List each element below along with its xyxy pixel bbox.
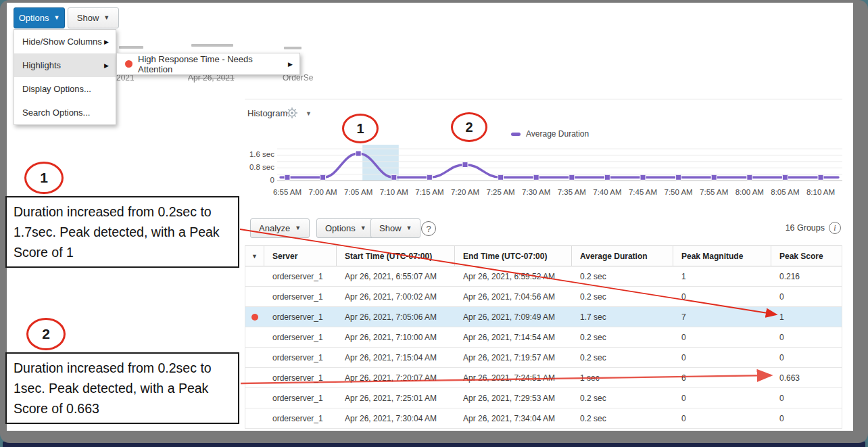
background-table-remnant — [191, 44, 233, 47]
menu-item-hide-show-columns[interactable]: Hide/Show Columns▶ — [14, 30, 116, 53]
table-row[interactable]: orderserver_1Apr 26, 2021, 7:25:01 AMApr… — [245, 388, 842, 408]
column-header-peak-magnitude[interactable]: Peak Magnitude — [673, 246, 771, 266]
options-button-label: Options — [19, 13, 49, 23]
table-row[interactable]: orderserver_1Apr 26, 2021, 7:10:00 AMApr… — [245, 327, 842, 348]
background-table-remnant — [119, 46, 143, 49]
background-table-remnant — [284, 47, 302, 49]
highlights-submenu-item[interactable]: High Response Time - Needs Attention ▶ — [116, 53, 300, 75]
analyze-button-label: Analyze — [259, 223, 290, 233]
table-row[interactable]: orderserver_1Apr 26, 2021, 7:30:04 AMApr… — [245, 408, 842, 429]
table-row[interactable]: orderserver_1Apr 26, 2021, 7:00:02 AMApr… — [245, 287, 842, 307]
server-cell: orderserver_1 — [264, 287, 337, 306]
end-time-cell: Apr 26, 2021, 7:19:57 AM — [455, 348, 572, 367]
server-cell: orderserver_1 — [264, 408, 337, 428]
start-time-cell: Apr 26, 2021, 7:25:01 AM — [337, 388, 455, 408]
data-point-marker[interactable] — [533, 174, 539, 180]
section-divider — [245, 99, 842, 99]
column-header-start-time-utc-07-00[interactable]: Start Time (UTC-07:00) — [337, 246, 455, 266]
analyze-button[interactable]: Analyze ▼ — [250, 218, 310, 238]
server-cell: orderserver_1 — [264, 266, 337, 286]
data-point-marker[interactable] — [747, 174, 752, 180]
data-point-marker[interactable] — [818, 174, 823, 180]
end-time-cell: Apr 26, 2021, 7:04:56 AM — [455, 287, 572, 306]
data-point-marker[interactable] — [285, 174, 290, 180]
groups-count-label: 16 Groups — [744, 223, 825, 233]
column-header-average-duration[interactable]: Average Duration — [572, 246, 673, 266]
peak-magnitude-cell: 0 — [673, 327, 771, 347]
annotation-circle-2-chart: 2 — [451, 112, 487, 142]
data-point-marker[interactable] — [676, 174, 681, 180]
data-point-marker[interactable] — [391, 174, 397, 180]
peak-score-cell: 0.216 — [771, 266, 842, 286]
avg-duration-cell: 0.2 sec — [572, 408, 673, 428]
red-dot-icon — [125, 60, 132, 68]
menu-item-display-options[interactable]: Display Options... — [14, 77, 116, 101]
peak-magnitude-cell: 0 — [673, 287, 771, 306]
histogram-dropdown-caret[interactable]: ▼ — [306, 110, 312, 117]
histogram-chart[interactable]: 1.6 sec0.8 sec06:55 AM7:00 AM7:05 AM7:10… — [247, 145, 842, 207]
data-point-marker[interactable] — [604, 174, 610, 180]
peak-score-cell: 0 — [771, 287, 842, 306]
menu-item-label: Highlights — [22, 60, 61, 70]
line-chart-plot[interactable] — [277, 145, 842, 184]
start-time-cell: Apr 26, 2021, 6:55:07 AM — [337, 266, 455, 286]
peak-magnitude-cell: 6 — [673, 368, 771, 387]
show-button-label: Show — [77, 13, 99, 23]
table-row[interactable]: orderserver_1Apr 26, 2021, 7:05:06 AMApr… — [245, 307, 842, 327]
info-icon[interactable]: i — [829, 222, 841, 234]
data-point-marker[interactable] — [782, 174, 788, 180]
menu-item-label: Display Options... — [22, 84, 91, 94]
groups-table: ▼ServerStart Time (UTC-07:00)End Time (U… — [245, 245, 842, 429]
peak-magnitude-cell: 0 — [673, 408, 771, 428]
flag-cell — [245, 287, 264, 306]
gear-icon[interactable] — [286, 107, 298, 119]
flag-cell — [245, 388, 264, 408]
legend-series-label: Average Duration — [526, 129, 589, 139]
menu-item-highlights[interactable]: Highlights▶ — [14, 53, 116, 77]
start-time-cell: Apr 26, 2021, 7:30:04 AM — [337, 408, 455, 428]
table-row[interactable]: orderserver_1Apr 26, 2021, 7:15:04 AMApr… — [245, 348, 842, 368]
annotation-circle-2: 2 — [26, 318, 66, 350]
callout-box-2: Duration increased from 0.2sec to 1sec. … — [5, 352, 239, 424]
table-row[interactable]: orderserver_1Apr 26, 2021, 7:20:07 AMApr… — [245, 368, 842, 388]
data-point-marker[interactable] — [356, 151, 361, 156]
column-header-server[interactable]: Server — [264, 246, 337, 266]
chevron-down-icon: ▼ — [360, 225, 366, 231]
menu-item-label: Hide/Show Columns — [22, 37, 102, 47]
server-cell: orderserver_1 — [264, 388, 337, 408]
column-header-end-time-utc-07-00[interactable]: End Time (UTC-07:00) — [455, 246, 572, 266]
flag-cell — [245, 348, 264, 367]
table-show-button[interactable]: Show ▼ — [370, 218, 420, 238]
end-time-cell: Apr 26, 2021, 7:09:49 AM — [455, 307, 572, 327]
avg-duration-cell: 0.2 sec — [572, 287, 673, 306]
peak-score-cell: 0 — [771, 348, 842, 367]
chevron-down-icon: ▼ — [251, 253, 258, 260]
flag-cell — [245, 368, 264, 387]
server-cell: orderserver_1 — [264, 307, 337, 327]
data-point-marker[interactable] — [320, 174, 326, 180]
start-time-cell: Apr 26, 2021, 7:20:07 AM — [337, 368, 455, 387]
annotation-circle-1: 1 — [24, 162, 64, 194]
column-header-peak-score[interactable]: Peak Score — [771, 246, 842, 266]
high-response-flag-icon — [251, 314, 258, 321]
data-point-marker[interactable] — [462, 162, 468, 168]
peak-magnitude-cell: 7 — [673, 307, 771, 327]
start-time-cell: Apr 26, 2021, 7:15:04 AM — [337, 348, 455, 367]
table-show-button-label: Show — [379, 223, 402, 233]
table-row[interactable]: orderserver_1Apr 26, 2021, 6:55:07 AMApr… — [245, 266, 842, 287]
annotation-circle-1-chart: 1 — [342, 114, 379, 143]
options-button-top[interactable]: Options ▼ — [14, 7, 65, 28]
help-icon[interactable]: ? — [421, 221, 436, 236]
data-point-marker[interactable] — [640, 174, 646, 180]
avg-duration-cell: 0.2 sec — [572, 388, 673, 408]
chevron-right-icon: ▶ — [104, 39, 109, 45]
data-point-marker[interactable] — [427, 174, 432, 180]
show-button-top[interactable]: Show ▼ — [68, 7, 119, 28]
server-cell: orderserver_1 — [264, 348, 337, 367]
column-selector-header[interactable]: ▼ — [245, 246, 264, 266]
data-point-marker[interactable] — [569, 174, 575, 180]
data-point-marker[interactable] — [711, 174, 717, 180]
table-options-button[interactable]: Options ▼ — [316, 218, 375, 238]
data-point-marker[interactable] — [498, 174, 504, 180]
menu-item-search-options[interactable]: Search Options... — [14, 101, 116, 124]
